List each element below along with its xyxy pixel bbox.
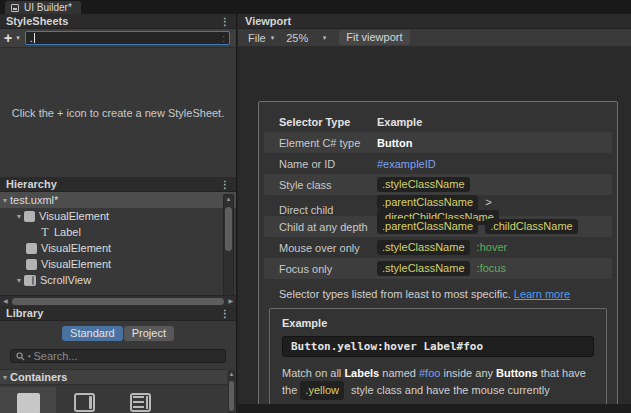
scrollbar-thumb[interactable] — [229, 381, 234, 411]
visual-element-icon — [26, 243, 37, 254]
fit-viewport-button[interactable]: Fit viewport — [339, 30, 409, 45]
viewport-header: Viewport — [238, 14, 631, 29]
text-cursor — [34, 33, 35, 43]
viewport-panel: Viewport File ▾ 25% ▾ Fit viewport Selec… — [238, 14, 631, 413]
scroll-left-icon[interactable]: ◀ — [3, 297, 8, 306]
expander-icon[interactable]: ▼ — [0, 197, 10, 204]
library-vertical-scrollbar[interactable]: ▲ — [228, 370, 235, 413]
pseudo-class: :hover — [477, 241, 508, 253]
row-label: Focus only — [279, 263, 372, 275]
label-text-icon: T — [40, 225, 50, 240]
tree-item-visualelement-2[interactable]: VisualElement — [0, 240, 236, 256]
library-body: Standard Project ▾ ▼ Containers ▲ — [0, 321, 236, 413]
search-input[interactable] — [34, 350, 220, 362]
tree-item-label: Label — [54, 226, 81, 238]
chevron-down-icon: ▾ — [269, 34, 277, 42]
scroll-right-icon[interactable]: ▶ — [228, 297, 233, 306]
tile-visual-element[interactable] — [0, 387, 56, 413]
row-label: Mouse over only — [279, 242, 372, 254]
tree-item-visualelement-3[interactable]: VisualElement — [0, 256, 236, 272]
scroll-up-icon[interactable]: ▲ — [226, 195, 232, 204]
zoom-level-value: 25% — [286, 32, 308, 44]
class-chip: .yellow — [300, 381, 344, 400]
new-selector-value: . — [30, 32, 33, 44]
new-selector-input[interactable]: . : — [25, 31, 230, 45]
tree-item-label: ScrollView — [40, 274, 91, 286]
class-chip: .styleClassName — [377, 177, 470, 192]
hierarchy-tree: ▼ test.uxml* ▼ VisualElement T Label Vis… — [0, 192, 236, 295]
library-header: Library ⋮ — [0, 306, 236, 321]
tree-item-label[interactable]: T Label — [0, 224, 236, 240]
scrollbar-thumb[interactable] — [12, 298, 225, 305]
stylesheets-empty-message: Click the + icon to create a new StyleSh… — [12, 107, 224, 119]
selector-row: Focus only .styleClassName :focus — [264, 258, 612, 279]
row-label: Name or ID — [279, 158, 372, 170]
add-stylesheet-button[interactable]: + — [2, 30, 14, 47]
library-tab-group: Standard Project — [0, 326, 236, 341]
library-search[interactable]: ▾ — [10, 349, 226, 363]
hierarchy-title: Hierarchy — [6, 178, 57, 190]
specificity-note: Selector types listed from least to most… — [279, 288, 612, 300]
tab-standard[interactable]: Standard — [62, 326, 123, 341]
row-label: Child at any depth — [279, 221, 372, 233]
para-text: inside any — [440, 367, 496, 379]
tree-item-label: VisualElement — [41, 242, 111, 254]
search-filter-caret-icon[interactable]: ▾ — [28, 353, 31, 359]
viewport-canvas[interactable]: Selector Type Example Element C# type Bu… — [238, 47, 631, 413]
foldout-expander-icon[interactable]: ▼ — [0, 374, 10, 381]
stylesheets-menu-icon[interactable]: ⋮ — [220, 16, 230, 27]
hierarchy-menu-icon[interactable]: ⋮ — [220, 179, 230, 190]
tree-item-label: VisualElement — [41, 258, 111, 270]
hierarchy-vertical-scrollbar[interactable]: ▲ ▼ — [223, 194, 234, 306]
tree-item-label: VisualElement — [39, 210, 109, 222]
file-menu[interactable]: File ▾ — [243, 29, 281, 46]
container-tiles — [0, 387, 227, 413]
scrollbar-thumb[interactable] — [225, 207, 232, 251]
column-example: Example — [377, 116, 612, 128]
selector-row: Mouse over only .styleClassName :hover — [264, 237, 612, 258]
stylesheets-title: StyleSheets — [6, 15, 68, 27]
tree-item-scrollview[interactable]: ▼ ScrollView — [0, 272, 236, 288]
ui-builder-tab[interactable]: UI Builder* — [5, 1, 81, 14]
selector-row: Child at any depth .parentClassName .chi… — [264, 216, 612, 237]
left-panel: StyleSheets ⋮ + ▾ . : Click the + icon t… — [0, 14, 237, 413]
containers-foldout[interactable]: ▼ Containers — [0, 369, 227, 385]
row-label: Style class — [279, 179, 372, 191]
tree-item-test-uxml[interactable]: ▼ test.uxml* — [0, 192, 236, 208]
example-code-field[interactable]: Button.yellow:hover Label#foo — [282, 336, 594, 357]
tile-listview[interactable] — [112, 387, 168, 413]
pseudo-class: :focus — [477, 262, 506, 274]
note-text: Selector types listed from least to most… — [279, 288, 511, 300]
window-tab-bar: UI Builder* — [0, 0, 631, 14]
stylesheets-empty-state: Click the + icon to create a new StyleSh… — [0, 48, 236, 177]
scroll-up-icon[interactable]: ▲ — [229, 370, 235, 379]
library-title: Library — [6, 307, 43, 319]
expander-icon[interactable]: ▼ — [14, 213, 24, 220]
selector-hint-icon: : — [222, 33, 225, 44]
expander-icon[interactable]: ▼ — [14, 277, 24, 284]
class-chip: .parentClassName — [377, 195, 478, 210]
tree-item-visualelement-1[interactable]: ▼ VisualElement — [0, 208, 236, 224]
stylesheets-toolbar: + ▾ . : — [0, 29, 236, 48]
containers-label: Containers — [10, 371, 67, 383]
hierarchy-horizontal-scrollbar[interactable]: ◀ ▶ — [0, 295, 236, 306]
selector-help-card: Selector Type Example Element C# type Bu… — [258, 101, 618, 413]
scrollview-icon — [74, 393, 95, 412]
tile-scrollview[interactable] — [56, 387, 112, 413]
row-label: Element C# type — [279, 137, 372, 149]
para-text: named — [379, 367, 419, 379]
para-bold: Labels — [344, 367, 379, 379]
add-dropdown-icon[interactable]: ▾ — [14, 34, 22, 42]
para-bold: Buttons — [496, 367, 538, 379]
library-menu-icon[interactable]: ⋮ — [220, 308, 230, 319]
tab-project[interactable]: Project — [124, 326, 174, 341]
zoom-dropdown[interactable]: 25% ▾ — [281, 32, 333, 44]
ui-builder-icon — [11, 4, 19, 12]
class-chip: .styleClassName — [377, 240, 470, 255]
learn-more-link[interactable]: Learn more — [514, 288, 570, 300]
row-label: Direct child — [279, 204, 372, 216]
selector-row: Name or ID #exampleID — [264, 153, 612, 174]
selector-row: Direct child .parentClassName > .directC… — [264, 195, 612, 216]
chevron-down-icon: ▾ — [321, 34, 329, 42]
tree-item-label: test.uxml* — [10, 194, 58, 206]
